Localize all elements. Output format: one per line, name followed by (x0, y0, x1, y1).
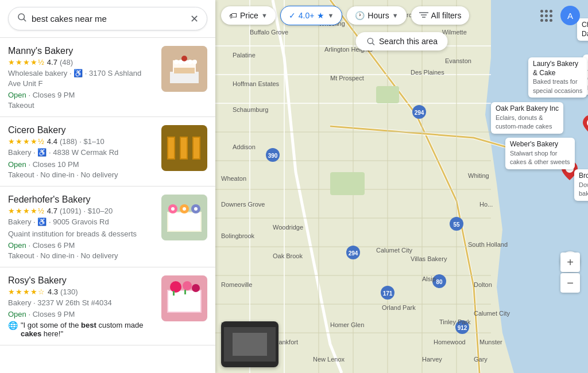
rating-check-icon: ✓ (289, 11, 296, 20)
svg-text:Munster: Munster (479, 339, 502, 345)
map-label-text: Brown Sugar BakeryDown-homebakery with a… (579, 172, 588, 199)
svg-text:Calumet City: Calumet City (376, 247, 412, 254)
map-filter-bar: 🏷 Price ▼ ✓ 4.0+ ★ ▼ 🕐 Hours ▼ All filte… (221, 6, 582, 25)
svg-line-78 (372, 43, 374, 45)
review-count: (188) (60, 137, 77, 146)
result-name: Manny's Bakery (8, 46, 156, 56)
result-image (161, 275, 207, 321)
svg-text:390: 390 (268, 153, 278, 159)
svg-text:55: 55 (453, 222, 460, 228)
svg-text:294: 294 (415, 110, 424, 116)
price-filter-button[interactable]: 🏷 Price ▼ (221, 6, 276, 25)
svg-text:Mt Prospect: Mt Prospect (330, 75, 364, 81)
star-rating: ★★★★½ (8, 137, 45, 146)
svg-text:Wheaton: Wheaton (221, 175, 246, 182)
result-item[interactable]: Rosy's Bakery ★★★★☆ 4.3 (130) Bakery · 3… (0, 267, 215, 345)
map-label-brown-sugar[interactable]: Brown Sugar BakeryDown-homebakery with a… (574, 169, 588, 201)
top-right-controls: A (537, 6, 580, 25)
result-item[interactable]: Federhofer's Bakery ★★★★½ 4.7 (1091) · $… (0, 187, 215, 267)
result-item[interactable]: Cicero Bakery ★★★★½ 4.4 (188) · $1–10 Ba… (0, 117, 215, 186)
map-label-oak-park[interactable]: Oak Park Bakery IncEclairs, donuts &cust… (491, 102, 563, 134)
map-label-laury[interactable]: Laury's Bakery& CakeBaked treats forspec… (528, 57, 587, 98)
svg-text:Whiting: Whiting (468, 172, 489, 179)
all-filters-label: All filters (431, 11, 462, 20)
result-status: Open · Closes 6 PM (8, 241, 156, 250)
price-chevron-icon: ▼ (261, 12, 268, 19)
result-quote: 🌐 "I got some of the best custom made ca… (8, 321, 156, 338)
result-image (161, 125, 207, 171)
rating-value: 4.7 (47, 207, 57, 215)
result-status: Open · Closes 9 PM (8, 310, 156, 318)
map-label-text: Weber's BakeryStalwart shop forcakes & o… (510, 140, 570, 167)
rating-star-icon: ★ (317, 11, 324, 20)
result-details: Bakery · ♿ · 9005 Gravois Rd (8, 217, 156, 227)
result-name: Federhofer's Bakery (8, 195, 156, 205)
svg-text:Orland Park: Orland Park (382, 304, 416, 311)
rating-label: 4.0+ (299, 11, 315, 20)
zoom-in-button[interactable]: + (560, 252, 580, 272)
globe-icon: 🌐 (8, 321, 18, 330)
zoom-out-button[interactable]: − (560, 273, 580, 293)
svg-text:Ho...: Ho... (479, 201, 493, 208)
search-area-button[interactable]: Search this area (355, 32, 448, 50)
avatar-initial: A (567, 11, 573, 21)
svg-text:Evanston: Evanston (445, 57, 471, 64)
search-area-icon (366, 37, 375, 46)
svg-text:Homer Glen: Homer Glen (330, 321, 364, 328)
result-item[interactable]: Manny's Bakery ★★★★½ 4.7 (48) Wholesale … (0, 38, 215, 117)
all-filters-button[interactable]: All filters (411, 6, 470, 25)
rating-filter-button[interactable]: ✓ 4.0+ ★ ▼ (280, 6, 343, 25)
left-panel: ✕ ◀ Manny's Bakery ★★★★½ 4.7 (48) Wholes… (0, 0, 215, 373)
svg-text:Homewood: Homewood (434, 339, 466, 345)
map-label-text: Chicago SugarDaddy Patisserie LLC (582, 21, 588, 38)
svg-text:Alsip: Alsip (422, 275, 436, 282)
svg-text:Villas Bakery: Villas Bakery (411, 255, 447, 262)
user-avatar-button[interactable]: A (560, 6, 580, 25)
result-rating-row: ★★★★☆ 4.3 (130) (8, 287, 156, 296)
bakery-image (161, 195, 207, 240)
map-panel[interactable]: 390 294 294 55 80 171 912 Buffalo Grove … (215, 0, 588, 373)
bakery-image (161, 125, 207, 171)
svg-rect-22 (376, 86, 399, 103)
result-details: Bakery · ♿ · 4838 W Cermak Rd (8, 147, 156, 158)
result-info: Federhofer's Bakery ★★★★½ 4.7 (1091) · $… (8, 195, 156, 260)
google-apps-button[interactable] (537, 6, 556, 25)
price-range: · $1–10 (79, 137, 104, 146)
result-info: Cicero Bakery ★★★★½ 4.4 (188) · $1–10 Ba… (8, 125, 156, 178)
result-info: Manny's Bakery ★★★★½ 4.7 (48) Wholesale … (8, 46, 156, 110)
hours-label: Hours (368, 11, 389, 20)
result-info: Rosy's Bakery ★★★★☆ 4.3 (130) Bakery · 3… (8, 275, 156, 338)
hours-chevron-icon: ▼ (392, 12, 399, 19)
svg-text:Hoffman Estates: Hoffman Estates (233, 80, 280, 87)
bottom-thumbnail[interactable] (221, 321, 278, 367)
result-details: Bakery · 3237 W 26th St #4034 (8, 298, 156, 308)
review-count: (1091) (60, 207, 82, 215)
hours-filter-button[interactable]: 🕐 Hours ▼ (347, 6, 406, 25)
search-input[interactable] (32, 14, 185, 24)
svg-text:Harvey: Harvey (422, 356, 442, 363)
search-area-label: Search this area (379, 37, 438, 46)
search-input-wrap[interactable]: ✕ (8, 7, 207, 30)
result-tags: Takeout · No dine-in · No delivery (8, 251, 156, 260)
svg-text:Palatine: Palatine (233, 52, 256, 59)
apps-grid-icon (540, 10, 552, 22)
svg-text:Bolingbrook: Bolingbrook (221, 232, 255, 239)
star-rating: ★★★★½ (8, 58, 45, 67)
svg-text:Buffalo Grove: Buffalo Grove (250, 29, 288, 36)
map-label-text: Laury's Bakery& CakeBaked treats forspec… (533, 60, 582, 95)
result-name: Rosy's Bakery (8, 275, 156, 286)
map-pin[interactable] (583, 115, 588, 134)
result-image (161, 46, 207, 92)
map-label-webers[interactable]: Weber's BakeryStalwart shop forcakes & o… (505, 138, 575, 169)
results-list: Manny's Bakery ★★★★½ 4.7 (48) Wholesale … (0, 38, 215, 373)
result-name: Cicero Bakery (8, 125, 156, 135)
rating-chevron-icon: ▼ (327, 12, 334, 19)
svg-text:Downers Grove: Downers Grove (221, 201, 265, 208)
clear-search-icon[interactable]: ✕ (190, 13, 199, 25)
zoom-controls: + − (560, 252, 580, 293)
svg-text:Tinley Park: Tinley Park (439, 318, 471, 325)
search-bar: ✕ ◀ (0, 0, 215, 38)
rating-value: 4.3 (48, 287, 58, 296)
star-rating: ★★★★☆ (8, 287, 45, 296)
result-tags: Takeout (8, 101, 156, 110)
